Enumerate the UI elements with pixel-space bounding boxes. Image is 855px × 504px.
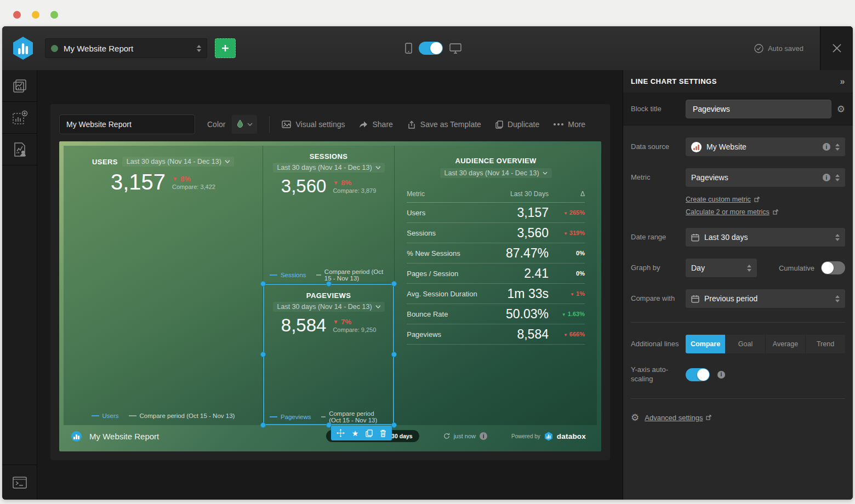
favorite-icon[interactable]: ★ xyxy=(352,429,359,437)
additional-line-tab-trend[interactable]: Trend xyxy=(806,335,845,353)
y-axis-auto-scaling-toggle[interactable] xyxy=(686,368,710,381)
switch-knob xyxy=(822,262,834,274)
info-icon[interactable] xyxy=(717,371,725,379)
visual-settings-button[interactable]: Visual settings xyxy=(282,120,345,129)
device-mode-switch[interactable] xyxy=(419,42,443,55)
gear-icon[interactable]: ⚙ xyxy=(837,104,845,115)
dropdown-arrows-icon xyxy=(747,265,751,272)
audience-table-row: Users3,157▼ 265% xyxy=(407,203,585,223)
sessions-compare-label: Compare: 3,879 xyxy=(333,187,376,194)
sessions-date-range-dropdown[interactable]: Last 30 days (Nov 14 - Dec 13) 200165130… xyxy=(273,163,385,173)
terminal-icon xyxy=(13,477,27,489)
users-legend: UsersCompare period (Oct 15 - Nov 13) xyxy=(73,410,253,422)
phone-icon[interactable] xyxy=(405,43,412,54)
sidebar-item-query-builder[interactable] xyxy=(2,465,37,500)
users-chart-block[interactable]: USERS Last 30 days (Nov 14 - Dec 13) 160… xyxy=(64,146,263,425)
sync-icon[interactable] xyxy=(443,433,450,439)
data-source-value: My Website xyxy=(706,142,818,151)
add-block-icon xyxy=(11,110,29,126)
graph-by-dropdown[interactable]: Day xyxy=(686,259,757,277)
sync-time: just now xyxy=(454,433,476,439)
sidebar-item-databoards[interactable] xyxy=(2,70,37,102)
info-icon[interactable] xyxy=(823,174,830,181)
device-preview-toggle xyxy=(405,42,461,55)
audience-table-row: % New Sessions87.47%0% xyxy=(407,243,585,264)
cumulative-toggle[interactable] xyxy=(821,261,845,274)
date-range-label: Date range xyxy=(631,233,686,242)
row-metric: Avg. Session Duration xyxy=(407,290,488,298)
resize-handle-sw[interactable] xyxy=(260,422,266,428)
pageviews-date-range-label: Last 30 days (Nov 14 - Dec 13) xyxy=(277,303,372,311)
down-triangle-icon: ▼ xyxy=(172,176,178,182)
more-label: More xyxy=(568,120,585,129)
share-button[interactable]: Share xyxy=(359,120,392,129)
left-sidebar xyxy=(2,70,37,500)
macos-close-button[interactable] xyxy=(13,11,21,19)
pageviews-date-range-dropdown[interactable]: Last 30 days (Nov 14 - Dec 13) 400345290… xyxy=(273,302,385,312)
legend-item: Pageviews xyxy=(270,414,311,420)
audience-table-row: Pages / Session2.410% xyxy=(407,264,585,284)
info-icon[interactable] xyxy=(480,432,487,440)
resize-handle-n[interactable] xyxy=(326,281,332,287)
legend-item: Users xyxy=(92,413,119,419)
block-title-input[interactable] xyxy=(686,100,831,118)
date-range-dropdown[interactable]: Last 30 days xyxy=(686,228,845,247)
report-name-input[interactable] xyxy=(59,114,195,134)
sidebar-item-templates[interactable] xyxy=(2,134,37,165)
metric-links: Create custom metric Calculate 2 or more… xyxy=(623,196,853,216)
duplicate-icon xyxy=(495,121,503,129)
save-as-template-button[interactable]: Save as Template xyxy=(407,120,481,129)
settings-panel-header: LINE CHART SETTINGS » xyxy=(623,70,853,93)
additional-line-tab-goal[interactable]: Goal xyxy=(726,335,766,353)
toolbar-divider xyxy=(269,116,270,133)
report-selector-label: My Website Report xyxy=(64,44,191,53)
monitor-icon[interactable] xyxy=(449,43,461,54)
close-editor-button[interactable] xyxy=(820,26,853,70)
dropdown-arrows-icon xyxy=(835,234,840,241)
sessions-chart-block[interactable]: SESSIONS Last 30 days (Nov 14 - Dec 13) … xyxy=(263,146,394,284)
autosave-status: Auto saved xyxy=(754,44,803,53)
powered-by-label: Powered by xyxy=(511,433,540,439)
more-button[interactable]: More xyxy=(554,120,585,129)
color-dropdown[interactable] xyxy=(232,115,257,134)
move-icon[interactable] xyxy=(337,429,345,437)
pageviews-chart-block-selected[interactable]: PAGEVIEWS Last 30 days (Nov 14 - Dec 13)… xyxy=(263,284,394,425)
sessions-delta: ▼8% xyxy=(333,179,376,187)
duplicate-block-icon[interactable] xyxy=(366,429,373,437)
create-custom-metric-link[interactable]: Create custom metric xyxy=(686,196,845,203)
databoards-icon xyxy=(12,78,28,94)
report-selector-dropdown[interactable]: My Website Report xyxy=(45,38,207,58)
close-icon xyxy=(832,43,842,53)
data-source-dropdown[interactable]: My Website xyxy=(686,138,845,156)
users-date-range-dropdown[interactable]: Last 30 days (Nov 14 - Dec 13) 160135110… xyxy=(122,157,234,167)
additional-lines-tabs: CompareGoalAverageTrend xyxy=(686,335,845,353)
collapse-panel-icon[interactable]: » xyxy=(840,77,845,87)
add-databoard-button[interactable] xyxy=(215,38,236,58)
advanced-settings-link[interactable]: Advanced settings xyxy=(645,414,711,422)
macos-zoom-button[interactable] xyxy=(50,11,58,19)
audience-date-range-dropdown[interactable]: Last 30 days (Nov 14 - Dec 13) xyxy=(440,168,552,178)
metric-dropdown[interactable]: Pageviews xyxy=(686,168,845,187)
resize-handle-nw[interactable] xyxy=(260,281,266,287)
row-delta: 0% xyxy=(549,270,585,277)
plus-icon xyxy=(221,44,230,53)
sidebar-item-add-block[interactable] xyxy=(2,102,37,134)
chevron-down-icon: 400345290235180Nov 14Nov 21Nov 28Dec 5De… xyxy=(375,305,380,308)
ellipsis-icon xyxy=(554,123,563,125)
info-icon[interactable] xyxy=(823,143,830,151)
section-divider xyxy=(631,398,845,399)
additional-line-tab-average[interactable]: Average xyxy=(766,335,806,353)
resize-handle-w[interactable] xyxy=(260,352,266,357)
additional-line-tab-compare[interactable]: Compare xyxy=(686,335,726,353)
row-metric: Sessions xyxy=(407,229,488,237)
share-arrow-icon xyxy=(359,121,368,128)
macos-minimize-button[interactable] xyxy=(32,11,39,19)
duplicate-button[interactable]: Duplicate xyxy=(495,120,539,129)
calculate-metrics-link[interactable]: Calculate 2 or more metrics xyxy=(686,208,845,216)
audience-overview-block[interactable]: AUDIENCE OVERVIEW Last 30 days (Nov 14 -… xyxy=(395,146,597,425)
legend-item: Compare period (Oct 15 - Nov 13) xyxy=(129,413,235,419)
pageviews-value: 8,584 xyxy=(281,315,327,336)
compare-with-dropdown[interactable]: Previous period xyxy=(686,289,845,308)
chevron-down-icon: 2001651309560Nov 14Nov 21Nov 28Dec 5Dec … xyxy=(375,166,380,169)
delete-icon[interactable] xyxy=(380,429,386,437)
